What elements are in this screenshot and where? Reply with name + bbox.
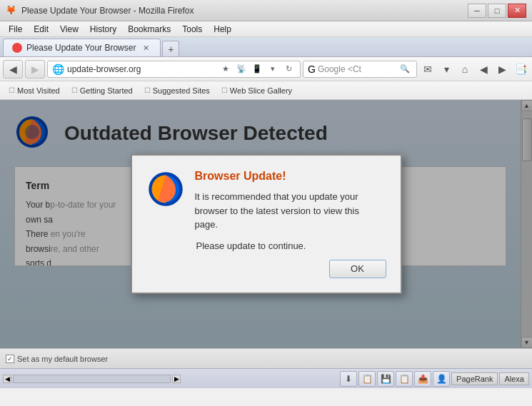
- dialog-text-block: Browser Update! It is recommended that y…: [195, 170, 360, 232]
- menu-bookmarks[interactable]: Bookmarks: [122, 23, 176, 36]
- address-dropdown-button[interactable]: ▾: [266, 62, 280, 76]
- dialog-header: Browser Update! It is recommended that y…: [146, 170, 386, 232]
- menu-edit[interactable]: Edit: [28, 23, 54, 36]
- bookmark-getting-started[interactable]: ☐ Getting Started: [67, 85, 137, 96]
- clipboard-icon-button[interactable]: 📋: [358, 371, 376, 387]
- rss-icon-button[interactable]: 📡: [234, 62, 249, 76]
- dialog-title: Browser Update!: [195, 170, 360, 183]
- pagerank-label: PageRank: [456, 375, 493, 383]
- refresh-button[interactable]: ↻: [281, 62, 296, 76]
- new-tab-button[interactable]: +: [162, 41, 179, 56]
- save-icon-button[interactable]: 💾: [377, 371, 394, 387]
- toolbar-icons: ✉ ▾ ⌂ ◀ ▶ 📑: [419, 60, 529, 78]
- tab-title: Please Update Your Browser: [26, 43, 136, 53]
- share-icon-button[interactable]: 📤: [414, 371, 431, 387]
- window-title: Please Update Your Browser - Mozilla Fir…: [21, 6, 468, 16]
- user-icon-button[interactable]: 👤: [433, 371, 450, 387]
- menu-bar: File Edit View History Bookmarks Tools H…: [0, 21, 532, 37]
- bookmark-suggested-sites[interactable]: ☐ Suggested Sites: [140, 85, 214, 96]
- minimize-button[interactable]: ─: [468, 4, 486, 18]
- default-browser-checkbox-area: ✓ Set as my default browser: [6, 355, 108, 363]
- scroll-right-button[interactable]: ▶: [172, 375, 181, 383]
- forward-button[interactable]: ▶: [25, 60, 45, 78]
- search-bar[interactable]: G Google <Ct 🔍: [303, 61, 417, 78]
- search-input-text: Google <Ct: [318, 64, 396, 74]
- dialog-continue-text: Please update to continue.: [196, 240, 386, 251]
- search-button[interactable]: 🔍: [398, 62, 412, 76]
- default-browser-label: Set as my default browser: [17, 355, 108, 363]
- globe-icon: 🌐: [52, 64, 64, 75]
- tab-close-button[interactable]: ✕: [140, 42, 151, 54]
- bookmark-star-button[interactable]: ★: [219, 62, 233, 76]
- tab-favicon: [12, 43, 22, 53]
- dialog-body-line3: page.: [195, 218, 360, 232]
- content-area: Outdated Browser Detected Term Your b​​​…: [0, 100, 532, 348]
- bookmark-web-slice-gallery[interactable]: ☐ Web Slice Gallery: [217, 85, 296, 96]
- navigation-bar: ◀ ▶ 🌐 update-browser.org ★ 📡 📱 ▾ ↻ G Goo…: [0, 57, 532, 81]
- home-button[interactable]: ⌂: [456, 60, 473, 78]
- copy-icon-button[interactable]: 📋: [396, 371, 413, 387]
- tab-bar: Please Update Your Browser ✕ +: [0, 37, 532, 57]
- status-bar: ✓ Set as my default browser: [0, 348, 532, 368]
- dialog-footer: OK: [146, 260, 386, 278]
- dialog-body-line2: browser to the latest version to view th…: [195, 204, 360, 218]
- menu-help[interactable]: Help: [208, 23, 237, 36]
- mobile-icon-button[interactable]: 📱: [250, 62, 264, 76]
- bookmark-most-visited[interactable]: ☐ Most Visited: [4, 85, 64, 96]
- window-controls: ─ □ ✕: [468, 4, 526, 18]
- dialog-firefox-icon: [146, 170, 185, 210]
- close-button[interactable]: ✕: [508, 4, 526, 18]
- alexa-label: Alexa: [504, 375, 524, 383]
- ok-button[interactable]: OK: [329, 260, 386, 278]
- default-browser-checkbox[interactable]: ✓: [6, 355, 14, 363]
- dialog-body-line1: It is recommended that you update your: [195, 190, 360, 204]
- pagerank-badge: PageRank: [451, 372, 498, 385]
- horizontal-scroll-track[interactable]: [13, 375, 171, 383]
- url-text: update-browser.org: [67, 64, 216, 74]
- back-button[interactable]: ◀: [3, 60, 23, 78]
- title-bar: 🦊 Please Update Your Browser - Mozilla F…: [0, 0, 532, 21]
- menu-tools[interactable]: Tools: [176, 23, 208, 36]
- bookmark-label: Most Visited: [17, 86, 60, 95]
- scroll-left-button[interactable]: ◀: [3, 375, 11, 383]
- active-tab[interactable]: Please Update Your Browser ✕: [3, 39, 161, 56]
- dialog-overlay: Browser Update! It is recommended that y…: [0, 100, 532, 348]
- email-icon-button[interactable]: ✉: [419, 60, 436, 78]
- menu-file[interactable]: File: [3, 23, 28, 36]
- bookmark-label: Web Slice Gallery: [230, 86, 292, 95]
- menu-view[interactable]: View: [54, 23, 84, 36]
- bookmarks-bar: ☐ Most Visited ☐ Getting Started ☐ Sugge…: [0, 81, 532, 100]
- bookmark-label: Suggested Sites: [153, 86, 210, 95]
- bookmark-label: Getting Started: [80, 86, 133, 95]
- bottom-navigation-bar: ◀ ▶ ⬇ 📋 💾 📋 📤 👤 PageRank Alexa: [0, 368, 532, 388]
- alexa-badge: Alexa: [499, 372, 529, 385]
- browser-update-dialog: Browser Update! It is recommended that y…: [131, 154, 402, 294]
- back-history-button[interactable]: ◀: [475, 60, 492, 78]
- firefox-icon: 🦊: [6, 5, 17, 16]
- address-bar[interactable]: 🌐 update-browser.org ★ 📡 📱 ▾ ↻: [47, 61, 301, 78]
- toolbar-dropdown-button[interactable]: ▾: [438, 60, 455, 78]
- address-actions: ★ 📡 📱 ▾ ↻: [219, 62, 296, 76]
- forward-history-button[interactable]: ▶: [493, 60, 511, 78]
- bookmarks-bar-button[interactable]: 📑: [512, 60, 529, 78]
- google-icon: G: [308, 64, 316, 75]
- download-icon-button[interactable]: ⬇: [340, 371, 357, 387]
- maximize-button[interactable]: □: [488, 4, 506, 18]
- menu-history[interactable]: History: [84, 23, 122, 36]
